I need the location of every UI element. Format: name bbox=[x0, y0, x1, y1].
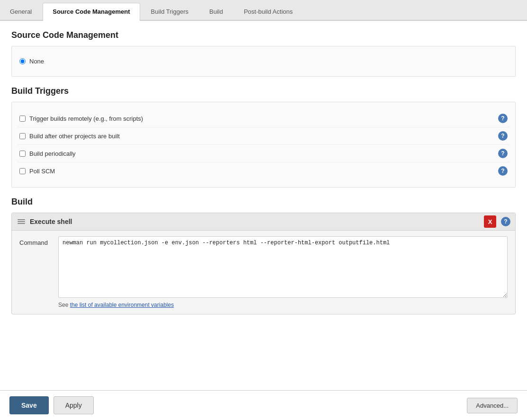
checkbox-trigger-remotely[interactable] bbox=[19, 116, 26, 122]
build-triggers-title: Build Triggers bbox=[11, 86, 516, 96]
checkbox-build-after[interactable] bbox=[19, 133, 26, 139]
env-variables-link[interactable]: the list of available environment variab… bbox=[70, 302, 174, 308]
build-section: Build Execute shell X ? Command See bbox=[11, 197, 516, 314]
close-execute-shell-button[interactable]: X bbox=[484, 215, 496, 228]
tab-general[interactable]: General bbox=[0, 3, 42, 20]
env-link-row: See the list of available environment va… bbox=[58, 302, 508, 308]
apply-button[interactable]: Apply bbox=[54, 396, 94, 414]
help-icon-poll-scm[interactable]: ? bbox=[498, 166, 508, 176]
tab-post-build-actions[interactable]: Post-build Actions bbox=[234, 3, 303, 20]
build-title: Build bbox=[11, 197, 516, 207]
tab-source-code-management[interactable]: Source Code Management bbox=[43, 3, 140, 21]
radio-none-label[interactable]: None bbox=[29, 58, 508, 65]
help-icon-build-periodically[interactable]: ? bbox=[498, 149, 508, 158]
execute-shell-body: Command See the list of available enviro… bbox=[12, 231, 515, 314]
tab-bar: General Source Code Management Build Tri… bbox=[0, 0, 527, 21]
option-none-row: None bbox=[18, 54, 509, 69]
help-icon-execute-shell[interactable]: ? bbox=[501, 217, 510, 226]
tab-build[interactable]: Build bbox=[199, 3, 233, 20]
tab-build-triggers[interactable]: Build Triggers bbox=[141, 3, 198, 20]
source-code-management-section: Source Code Management None bbox=[11, 30, 516, 77]
advanced-button[interactable]: Advanced... bbox=[467, 398, 518, 413]
checkbox-poll-scm-label[interactable]: Poll SCM bbox=[29, 168, 498, 175]
build-after-row: Build after other projects are built ? bbox=[18, 127, 509, 145]
radio-none[interactable] bbox=[19, 58, 26, 64]
action-bar-left: Save Apply bbox=[9, 396, 94, 414]
help-icon-build-after[interactable]: ? bbox=[498, 131, 508, 141]
source-code-management-title: Source Code Management bbox=[11, 30, 516, 40]
checkbox-build-periodically-label[interactable]: Build periodically bbox=[29, 150, 498, 157]
drag-handle[interactable] bbox=[18, 219, 25, 224]
build-triggers-block: Trigger builds remotely (e.g., from scri… bbox=[11, 102, 516, 188]
poll-scm-row: Poll SCM ? bbox=[18, 162, 509, 179]
trigger-remotely-row: Trigger builds remotely (e.g., from scri… bbox=[18, 110, 509, 127]
help-icon-trigger-remotely[interactable]: ? bbox=[498, 114, 508, 123]
save-button[interactable]: Save bbox=[9, 396, 49, 414]
main-content: Source Code Management None Build Trigge… bbox=[0, 21, 527, 420]
execute-shell-title: Execute shell bbox=[30, 218, 509, 225]
env-prefix-text: See bbox=[58, 302, 70, 308]
build-triggers-section: Build Triggers Trigger builds remotely (… bbox=[11, 86, 516, 188]
checkbox-trigger-remotely-label[interactable]: Trigger builds remotely (e.g., from scri… bbox=[29, 115, 498, 122]
command-row: Command bbox=[19, 236, 508, 298]
checkbox-build-after-label[interactable]: Build after other projects are built bbox=[29, 133, 498, 140]
execute-shell-card: Execute shell X ? Command See the list o… bbox=[11, 213, 516, 314]
action-bar: Save Apply Advanced... bbox=[0, 390, 527, 420]
build-periodically-row: Build periodically ? bbox=[18, 145, 509, 162]
checkbox-poll-scm[interactable] bbox=[19, 168, 26, 174]
execute-shell-header: Execute shell X ? bbox=[12, 213, 515, 231]
command-label: Command bbox=[19, 236, 53, 246]
checkbox-build-periodically[interactable] bbox=[19, 151, 26, 157]
source-code-management-block: None bbox=[11, 46, 516, 77]
command-textarea[interactable] bbox=[58, 236, 508, 298]
